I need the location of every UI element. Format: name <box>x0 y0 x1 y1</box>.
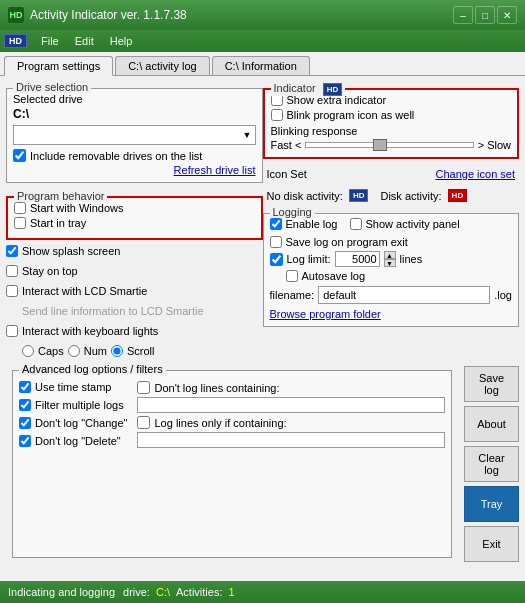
log-limit-spinner: ▲ ▼ <box>384 251 396 267</box>
dont-log-containing-row: Don't log lines containing: <box>137 381 445 394</box>
blinking-response-label: Blinking response <box>271 125 512 137</box>
log-lines-containing-row: Log lines only if containing: <box>137 416 445 429</box>
spin-up-btn[interactable]: ▲ <box>384 251 396 259</box>
log-lines-containing-checkbox[interactable] <box>137 416 150 429</box>
show-splash-checkbox[interactable] <box>6 245 18 257</box>
log-limit-checkbox[interactable] <box>270 253 283 266</box>
adv-left-col: Use time stamp Filter multiple logs Don'… <box>19 381 127 450</box>
logging-group: Logging Enable log Show activity panel S… <box>263 213 520 327</box>
tab-bar: Program settings C:\ activity log C:\ In… <box>0 52 525 76</box>
menu-edit[interactable]: Edit <box>67 33 102 49</box>
disk-activity-row: No disk activity: HD Disk activity: HD <box>263 189 520 202</box>
menu-help[interactable]: Help <box>102 33 141 49</box>
interact-keyboard-checkbox[interactable] <box>6 325 18 337</box>
enable-log-row: Enable log Show activity panel <box>270 218 513 233</box>
include-removable-checkbox[interactable] <box>13 149 26 162</box>
advanced-log-label: Advanced log options / filters <box>19 363 166 375</box>
maximize-button[interactable]: □ <box>475 6 495 24</box>
status-drive-value: C:\ <box>156 586 170 598</box>
num-radio[interactable] <box>68 345 80 357</box>
save-log-button[interactable]: Savelog <box>464 366 519 402</box>
tray-button[interactable]: Tray <box>464 486 519 522</box>
filename-input[interactable] <box>318 286 490 304</box>
selected-drive-label: Selected drive <box>13 93 256 105</box>
blinking-slider[interactable] <box>305 142 473 148</box>
enable-log-checkbox[interactable] <box>270 218 282 230</box>
log-limit-input[interactable] <box>335 251 380 267</box>
advanced-content: Use time stamp Filter multiple logs Don'… <box>19 381 445 450</box>
tab-program-settings[interactable]: Program settings <box>4 56 113 76</box>
indicator-group: Indicator HD Show extra indicator Blink … <box>263 88 520 159</box>
blink-program-checkbox[interactable] <box>271 109 283 121</box>
refresh-drive-link[interactable]: Refresh drive list <box>13 164 256 176</box>
show-splash-row: Show splash screen <box>6 245 263 257</box>
advanced-log-group: Advanced log options / filters Use time … <box>12 370 452 558</box>
interact-lcd-checkbox[interactable] <box>6 285 18 297</box>
chevron-down-icon: ▼ <box>243 130 252 140</box>
tab-information[interactable]: C:\ Information <box>212 56 310 75</box>
slider-thumb <box>373 139 387 151</box>
left-column: Drive selection Selected drive C:\ ▼ Inc… <box>6 80 263 360</box>
dont-log-delete-checkbox[interactable] <box>19 435 31 447</box>
minimize-button[interactable]: – <box>453 6 473 24</box>
slow-label: > Slow <box>478 139 511 151</box>
interact-lcd-row: Interact with LCD Smartie <box>6 285 263 297</box>
dont-log-change-checkbox[interactable] <box>19 417 31 429</box>
blinking-slider-row: Fast < > Slow <box>271 139 512 151</box>
include-removable-text: Include removable drives on the list <box>30 150 202 162</box>
status-bar: Indicating and logging drive: C:\ Activi… <box>0 581 525 603</box>
log-lines-containing-input[interactable] <box>137 432 445 448</box>
indicator-label: Indicator HD <box>271 82 346 96</box>
about-button[interactable]: About <box>464 406 519 442</box>
blink-program-row: Blink program icon as well <box>271 109 512 121</box>
adv-right-col: Don't log lines containing: Log lines on… <box>137 381 445 450</box>
title-bar-controls: – □ ✕ <box>453 6 517 24</box>
disk-label: Disk activity: <box>380 190 441 202</box>
save-on-exit-row: Save log on program exit <box>270 236 513 248</box>
dont-log-change-row: Don't log "Change" <box>19 417 127 429</box>
title-bar-text: Activity Indicator ver. 1.1.7.38 <box>30 8 453 22</box>
clear-log-button[interactable]: Clearlog <box>464 446 519 482</box>
program-behavior-group: Program behavior Start with Windows Star… <box>6 196 263 240</box>
dont-log-containing-checkbox[interactable] <box>137 381 150 394</box>
stay-on-top-checkbox[interactable] <box>6 265 18 277</box>
spin-down-btn[interactable]: ▼ <box>384 259 396 267</box>
menu-file[interactable]: File <box>33 33 67 49</box>
bottom-section: Advanced log options / filters Use time … <box>0 364 525 566</box>
close-button[interactable]: ✕ <box>497 6 517 24</box>
filter-multiple-checkbox[interactable] <box>19 399 31 411</box>
program-behavior-label: Program behavior <box>14 190 107 202</box>
start-windows-checkbox[interactable] <box>14 202 26 214</box>
interact-keyboard-row: Interact with keyboard lights <box>6 325 263 337</box>
caps-radio[interactable] <box>22 345 34 357</box>
start-tray-checkbox[interactable] <box>14 217 26 229</box>
drive-selection-group: Drive selection Selected drive C:\ ▼ Inc… <box>6 88 263 183</box>
autosave-log-checkbox[interactable] <box>286 270 298 282</box>
fast-label: Fast < <box>271 139 302 151</box>
no-disk-label: No disk activity: <box>267 190 343 202</box>
start-tray-row: Start in tray <box>14 217 255 229</box>
filename-row: filename: .log <box>270 286 513 304</box>
use-timestamp-checkbox[interactable] <box>19 381 31 393</box>
scroll-radio[interactable] <box>111 345 123 357</box>
top-section: Drive selection Selected drive C:\ ▼ Inc… <box>0 76 525 364</box>
change-icon-set-link[interactable]: Change icon set <box>436 168 516 180</box>
app-icon: HD <box>8 7 24 23</box>
tab-activity-log[interactable]: C:\ activity log <box>115 56 209 75</box>
menu-bar: HD File Edit Help <box>0 30 525 52</box>
status-drive-label: drive: <box>123 586 150 598</box>
keyboard-radio-row: Caps Num Scroll <box>6 345 263 357</box>
disk-hd-red-badge: HD <box>448 189 468 202</box>
show-activity-panel-checkbox[interactable] <box>350 218 362 230</box>
drive-dropdown[interactable]: ▼ <box>13 125 256 145</box>
autosave-log-row: Autosave log <box>270 270 513 282</box>
title-bar: HD Activity Indicator ver. 1.1.7.38 – □ … <box>0 0 525 30</box>
save-on-exit-checkbox[interactable] <box>270 236 282 248</box>
status-text: Indicating and logging <box>8 586 115 598</box>
dont-log-containing-input[interactable] <box>137 397 445 413</box>
drive-path: C:\ <box>13 107 256 121</box>
send-line-row: Send line information to LCD Smartie <box>6 305 263 317</box>
icon-set-label: Icon Set <box>267 168 307 180</box>
browse-program-folder-link[interactable]: Browse program folder <box>270 308 513 320</box>
exit-button[interactable]: Exit <box>464 526 519 562</box>
